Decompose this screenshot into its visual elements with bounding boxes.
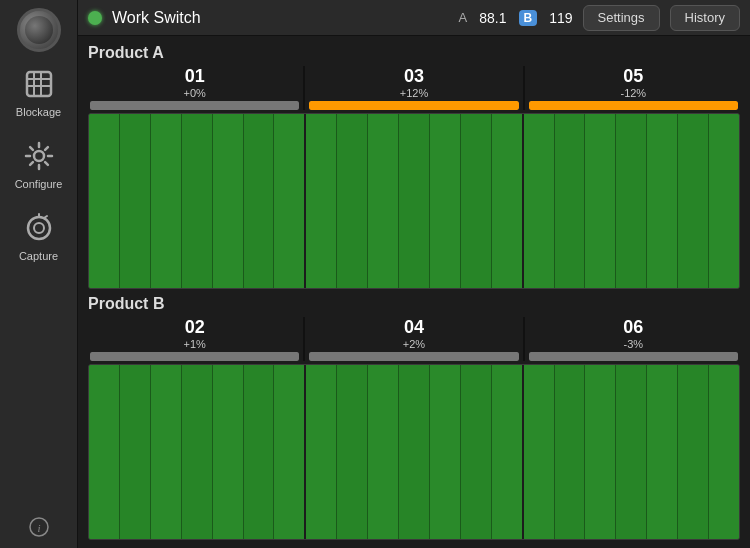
- counter-a-label: A: [459, 10, 468, 25]
- grid-col: [120, 114, 151, 288]
- grid-col: [274, 114, 304, 288]
- history-button[interactable]: History: [670, 5, 740, 31]
- grid-col: [524, 365, 555, 539]
- grid-col: [585, 365, 616, 539]
- grid-col: [213, 365, 244, 539]
- grid-col: [616, 114, 647, 288]
- grid-col: [151, 365, 182, 539]
- product-a-section: Product A 01 +0% 03 +12%: [88, 44, 740, 289]
- main-area: Work Switch A 88.1 B 119 Settings Histor…: [78, 0, 750, 548]
- lane-01-percent: +0%: [184, 87, 206, 99]
- grid-col: [399, 365, 430, 539]
- grid-col: [524, 114, 555, 288]
- grid-col: [399, 114, 430, 288]
- lane-03-percent: +12%: [400, 87, 428, 99]
- settings-button[interactable]: Settings: [583, 5, 660, 31]
- grid-col: [492, 114, 522, 288]
- app-logo: [13, 4, 65, 56]
- grid-col: [709, 114, 739, 288]
- counter-group: A 88.1 B 119: [459, 10, 573, 26]
- grid-col: [585, 114, 616, 288]
- grid-col: [647, 114, 678, 288]
- configure-icon: [21, 138, 57, 174]
- lane-06-percent: -3%: [624, 338, 644, 350]
- lane-04-number: 04: [404, 317, 424, 338]
- app-title: Work Switch: [112, 9, 449, 27]
- lane-03-number: 03: [404, 66, 424, 87]
- knob-inner: [25, 16, 53, 44]
- grid-col: [430, 114, 461, 288]
- svg-rect-0: [27, 72, 51, 96]
- sidebar-item-blockage[interactable]: Blockage: [0, 56, 78, 128]
- grid-col: [368, 365, 399, 539]
- grid-col: [120, 365, 151, 539]
- svg-line-9: [44, 216, 47, 218]
- grid-col: [492, 365, 522, 539]
- lane-05-number: 05: [623, 66, 643, 87]
- grid-col: [244, 365, 275, 539]
- capture-label: Capture: [19, 250, 58, 262]
- svg-point-5: [34, 151, 44, 161]
- grid-col: [555, 365, 586, 539]
- lane-06-number: 06: [623, 317, 643, 338]
- header: Work Switch A 88.1 B 119 Settings Histor…: [78, 0, 750, 36]
- grid-col: [616, 365, 647, 539]
- grid-col: [555, 114, 586, 288]
- product-b-section: Product B 02 +1% 04 +2%: [88, 295, 740, 540]
- sidebar-item-configure[interactable]: Configure: [0, 128, 78, 200]
- blockage-icon: [21, 66, 57, 102]
- lane-02-percent: +1%: [184, 338, 206, 350]
- sidebar: Blockage Configure Capture i: [0, 0, 78, 548]
- configure-label: Configure: [15, 178, 63, 190]
- grid-col: [461, 365, 492, 539]
- grid-col: [213, 114, 244, 288]
- grid-col: [182, 114, 213, 288]
- grid-col: [89, 365, 120, 539]
- grid-col: [368, 114, 399, 288]
- lane-05-percent: -12%: [620, 87, 646, 99]
- svg-point-7: [34, 223, 44, 233]
- grid-col: [244, 114, 275, 288]
- grid-col: [306, 114, 337, 288]
- grid-col: [647, 365, 678, 539]
- knob-icon: [17, 8, 61, 52]
- grid-col: [709, 365, 739, 539]
- product-a-title: Product A: [88, 44, 740, 62]
- grid-col: [89, 114, 120, 288]
- grid-col: [151, 114, 182, 288]
- blockage-label: Blockage: [16, 106, 61, 118]
- product-b-title: Product B: [88, 295, 740, 313]
- grid-col: [274, 365, 304, 539]
- grid-col: [337, 365, 368, 539]
- status-dot: [88, 11, 102, 25]
- counter-b-badge: B: [519, 10, 538, 26]
- svg-text:i: i: [37, 522, 40, 534]
- grid-col: [461, 114, 492, 288]
- sidebar-item-capture[interactable]: Capture: [0, 200, 78, 272]
- counter-b-value: 119: [549, 10, 572, 26]
- grid-col: [337, 114, 368, 288]
- info-icon[interactable]: i: [29, 517, 49, 540]
- grid-col: [678, 114, 709, 288]
- lane-02-number: 02: [185, 317, 205, 338]
- grid-col: [182, 365, 213, 539]
- content-area: Product A 01 +0% 03 +12%: [78, 36, 750, 548]
- grid-col: [306, 365, 337, 539]
- grid-col: [678, 365, 709, 539]
- lane-01-number: 01: [185, 66, 205, 87]
- svg-point-6: [28, 217, 50, 239]
- capture-icon: [21, 210, 57, 246]
- lane-04-percent: +2%: [403, 338, 425, 350]
- counter-a-value: 88.1: [479, 10, 506, 26]
- grid-col: [430, 365, 461, 539]
